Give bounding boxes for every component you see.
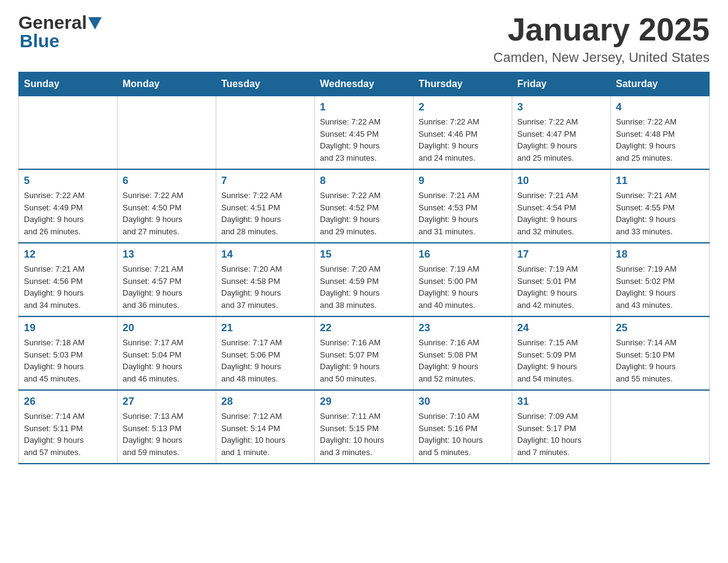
day-number: 3	[517, 101, 605, 113]
calendar-cell: 25Sunrise: 7:14 AMSunset: 5:10 PMDayligh…	[611, 316, 710, 390]
logo-blue-text: Blue	[20, 31, 59, 52]
day-info: Sunrise: 7:22 AMSunset: 4:52 PMDaylight:…	[320, 190, 408, 237]
calendar-cell: 7Sunrise: 7:22 AMSunset: 4:51 PMDaylight…	[216, 169, 315, 243]
day-number: 4	[616, 101, 704, 113]
calendar-week-row: 1Sunrise: 7:22 AMSunset: 4:45 PMDaylight…	[19, 96, 710, 170]
calendar-week-row: 19Sunrise: 7:18 AMSunset: 5:03 PMDayligh…	[19, 316, 710, 390]
day-info: Sunrise: 7:19 AMSunset: 5:02 PMDaylight:…	[616, 263, 704, 311]
calendar-cell: 5Sunrise: 7:22 AMSunset: 4:49 PMDaylight…	[19, 169, 118, 243]
day-info: Sunrise: 7:12 AMSunset: 5:14 PMDaylight:…	[221, 410, 309, 458]
calendar-cell: 4Sunrise: 7:22 AMSunset: 4:48 PMDaylight…	[611, 96, 710, 170]
logo-general-text: General	[18, 12, 87, 33]
calendar-cell	[611, 390, 710, 464]
calendar-cell: 13Sunrise: 7:21 AMSunset: 4:57 PMDayligh…	[118, 243, 216, 316]
calendar-cell: 27Sunrise: 7:13 AMSunset: 5:13 PMDayligh…	[118, 390, 216, 464]
calendar-cell: 19Sunrise: 7:18 AMSunset: 5:03 PMDayligh…	[19, 316, 118, 390]
day-number: 9	[419, 175, 507, 187]
day-info: Sunrise: 7:16 AMSunset: 5:07 PMDaylight:…	[320, 337, 408, 385]
day-number: 21	[221, 322, 309, 334]
day-number: 13	[123, 248, 211, 261]
weekday-header-monday: Monday	[118, 72, 216, 96]
calendar-cell: 23Sunrise: 7:16 AMSunset: 5:08 PMDayligh…	[414, 316, 512, 390]
weekday-header-thursday: Thursday	[414, 72, 512, 96]
day-info: Sunrise: 7:22 AMSunset: 4:47 PMDaylight:…	[517, 116, 605, 164]
calendar-cell: 18Sunrise: 7:19 AMSunset: 5:02 PMDayligh…	[611, 243, 710, 316]
day-number: 10	[517, 175, 605, 187]
day-info: Sunrise: 7:16 AMSunset: 5:08 PMDaylight:…	[419, 337, 507, 385]
day-info: Sunrise: 7:22 AMSunset: 4:49 PMDaylight:…	[24, 190, 112, 237]
weekday-header-friday: Friday	[512, 72, 611, 96]
day-info: Sunrise: 7:14 AMSunset: 5:10 PMDaylight:…	[616, 337, 704, 385]
day-number: 8	[320, 175, 408, 187]
calendar-cell: 21Sunrise: 7:17 AMSunset: 5:06 PMDayligh…	[216, 316, 315, 390]
day-info: Sunrise: 7:15 AMSunset: 5:09 PMDaylight:…	[517, 337, 605, 385]
calendar-cell: 17Sunrise: 7:19 AMSunset: 5:01 PMDayligh…	[512, 243, 611, 316]
day-number: 23	[419, 322, 507, 334]
day-number: 19	[24, 322, 112, 334]
day-info: Sunrise: 7:19 AMSunset: 5:01 PMDaylight:…	[517, 263, 605, 311]
day-info: Sunrise: 7:09 AMSunset: 5:17 PMDaylight:…	[517, 410, 605, 458]
calendar-cell: 12Sunrise: 7:21 AMSunset: 4:56 PMDayligh…	[19, 243, 118, 316]
day-number: 22	[320, 322, 408, 334]
day-info: Sunrise: 7:22 AMSunset: 4:50 PMDaylight:…	[123, 190, 211, 237]
day-info: Sunrise: 7:21 AMSunset: 4:56 PMDaylight:…	[24, 263, 112, 311]
day-info: Sunrise: 7:18 AMSunset: 5:03 PMDaylight:…	[24, 337, 112, 385]
day-number: 25	[616, 322, 704, 334]
day-number: 24	[517, 322, 605, 334]
calendar-cell: 15Sunrise: 7:20 AMSunset: 4:59 PMDayligh…	[315, 243, 414, 316]
day-number: 11	[616, 175, 704, 187]
day-number: 18	[616, 248, 704, 261]
day-number: 2	[419, 101, 507, 113]
day-number: 20	[123, 322, 211, 334]
calendar-cell: 14Sunrise: 7:20 AMSunset: 4:58 PMDayligh…	[216, 243, 315, 316]
calendar-cell: 1Sunrise: 7:22 AMSunset: 4:45 PMDaylight…	[315, 96, 414, 170]
page-title: January 2025	[493, 12, 710, 47]
day-info: Sunrise: 7:22 AMSunset: 4:51 PMDaylight:…	[221, 190, 309, 237]
calendar-cell	[19, 96, 118, 170]
calendar-cell: 26Sunrise: 7:14 AMSunset: 5:11 PMDayligh…	[19, 390, 118, 464]
calendar-cell: 2Sunrise: 7:22 AMSunset: 4:46 PMDaylight…	[414, 96, 512, 170]
page-header: General Blue January 2025 Camden, New Je…	[18, 12, 710, 66]
day-number: 31	[517, 396, 605, 408]
calendar-cell: 30Sunrise: 7:10 AMSunset: 5:16 PMDayligh…	[414, 390, 512, 464]
day-info: Sunrise: 7:21 AMSunset: 4:55 PMDaylight:…	[616, 190, 704, 237]
day-number: 15	[320, 248, 408, 261]
calendar-cell: 22Sunrise: 7:16 AMSunset: 5:07 PMDayligh…	[315, 316, 414, 390]
calendar-cell: 24Sunrise: 7:15 AMSunset: 5:09 PMDayligh…	[512, 316, 611, 390]
calendar-cell	[118, 96, 216, 170]
day-number: 30	[419, 396, 507, 408]
calendar-cell: 3Sunrise: 7:22 AMSunset: 4:47 PMDaylight…	[512, 96, 611, 170]
day-number: 16	[419, 248, 507, 261]
day-number: 5	[24, 175, 112, 187]
weekday-header-tuesday: Tuesday	[216, 72, 315, 96]
logo: General Blue	[18, 12, 102, 52]
svg-marker-0	[88, 17, 102, 29]
day-number: 7	[221, 175, 309, 187]
calendar-cell: 10Sunrise: 7:21 AMSunset: 4:54 PMDayligh…	[512, 169, 611, 243]
calendar-cell	[216, 96, 315, 170]
day-info: Sunrise: 7:21 AMSunset: 4:57 PMDaylight:…	[123, 263, 211, 311]
calendar-cell: 20Sunrise: 7:17 AMSunset: 5:04 PMDayligh…	[118, 316, 216, 390]
calendar-cell: 28Sunrise: 7:12 AMSunset: 5:14 PMDayligh…	[216, 390, 315, 464]
calendar-cell: 6Sunrise: 7:22 AMSunset: 4:50 PMDaylight…	[118, 169, 216, 243]
calendar-cell: 8Sunrise: 7:22 AMSunset: 4:52 PMDaylight…	[315, 169, 414, 243]
day-info: Sunrise: 7:11 AMSunset: 5:15 PMDaylight:…	[320, 410, 408, 458]
calendar-body: 1Sunrise: 7:22 AMSunset: 4:45 PMDaylight…	[19, 96, 710, 464]
day-info: Sunrise: 7:20 AMSunset: 4:58 PMDaylight:…	[221, 263, 309, 311]
day-info: Sunrise: 7:10 AMSunset: 5:16 PMDaylight:…	[419, 410, 507, 458]
day-info: Sunrise: 7:17 AMSunset: 5:04 PMDaylight:…	[123, 337, 211, 385]
weekday-header-saturday: Saturday	[611, 72, 710, 96]
day-number: 28	[221, 396, 309, 408]
calendar-cell: 31Sunrise: 7:09 AMSunset: 5:17 PMDayligh…	[512, 390, 611, 464]
day-info: Sunrise: 7:22 AMSunset: 4:45 PMDaylight:…	[320, 116, 408, 164]
calendar-cell: 29Sunrise: 7:11 AMSunset: 5:15 PMDayligh…	[315, 390, 414, 464]
day-info: Sunrise: 7:22 AMSunset: 4:46 PMDaylight:…	[419, 116, 507, 164]
logo-triangle-icon	[88, 17, 102, 29]
calendar-cell: 11Sunrise: 7:21 AMSunset: 4:55 PMDayligh…	[611, 169, 710, 243]
title-area: January 2025 Camden, New Jersey, United …	[493, 12, 710, 66]
day-info: Sunrise: 7:22 AMSunset: 4:48 PMDaylight:…	[616, 116, 704, 164]
day-number: 1	[320, 101, 408, 113]
calendar-week-row: 12Sunrise: 7:21 AMSunset: 4:56 PMDayligh…	[19, 243, 710, 316]
day-info: Sunrise: 7:21 AMSunset: 4:53 PMDaylight:…	[419, 190, 507, 237]
day-number: 26	[24, 396, 112, 408]
